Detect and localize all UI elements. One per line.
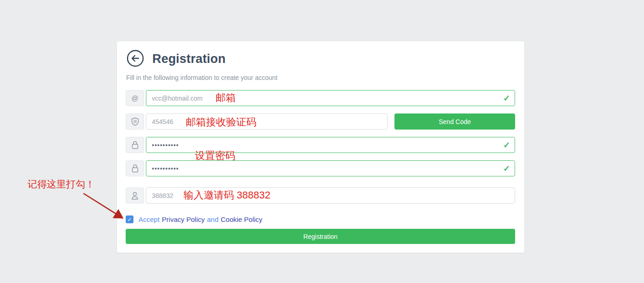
circle-arrow-left-icon bbox=[126, 49, 144, 69]
password-row: ✓ bbox=[126, 137, 515, 153]
back-button[interactable] bbox=[126, 50, 144, 68]
shield-icon bbox=[126, 113, 144, 130]
email-input[interactable] bbox=[146, 90, 515, 106]
code-row: Send Code bbox=[126, 113, 515, 130]
cookie-policy-link[interactable]: Cookie Policy bbox=[221, 215, 262, 223]
password-field-wrap: ✓ bbox=[146, 137, 515, 153]
lock-icon bbox=[126, 160, 144, 176]
email-field-wrap: ✓ bbox=[146, 90, 515, 106]
lock-icon bbox=[126, 137, 144, 153]
consent-row: ✓ Accept Privacy Policy and Cookie Polic… bbox=[126, 215, 262, 223]
confirm-password-field-wrap: ✓ bbox=[146, 160, 515, 176]
invite-field-wrap bbox=[146, 187, 515, 204]
privacy-policy-link[interactable]: Privacy Policy bbox=[162, 215, 205, 223]
card-header: Registration bbox=[126, 50, 226, 68]
registration-submit-button[interactable]: Registration bbox=[126, 229, 515, 244]
password-input[interactable] bbox=[146, 137, 515, 153]
consent-text: Accept Privacy Policy and Cookie Policy bbox=[139, 215, 262, 223]
accept-label: Accept bbox=[139, 215, 160, 223]
send-code-button[interactable]: Send Code bbox=[394, 113, 515, 130]
confirm-password-row: ✓ bbox=[126, 160, 515, 176]
registration-card: Registration Fill in the following infor… bbox=[117, 41, 524, 253]
code-field-wrap bbox=[146, 113, 388, 130]
subtitle: Fill in the following information to cre… bbox=[126, 74, 278, 81]
person-icon bbox=[126, 187, 144, 204]
verification-code-input[interactable] bbox=[146, 113, 388, 130]
confirm-password-input[interactable] bbox=[146, 160, 515, 176]
invite-row bbox=[126, 187, 515, 204]
page-title: Registration bbox=[152, 52, 226, 66]
accept-checkbox[interactable]: ✓ bbox=[126, 215, 133, 223]
email-row: @ ✓ bbox=[126, 90, 515, 106]
at-icon: @ bbox=[126, 90, 144, 106]
annotation-checkbox: 记得这里打勾！ bbox=[28, 179, 95, 189]
and-label: and bbox=[207, 215, 218, 223]
checkbox-check-icon: ✓ bbox=[127, 217, 132, 222]
invitation-code-input[interactable] bbox=[146, 187, 515, 204]
page-background: Registration Fill in the following infor… bbox=[0, 0, 644, 283]
